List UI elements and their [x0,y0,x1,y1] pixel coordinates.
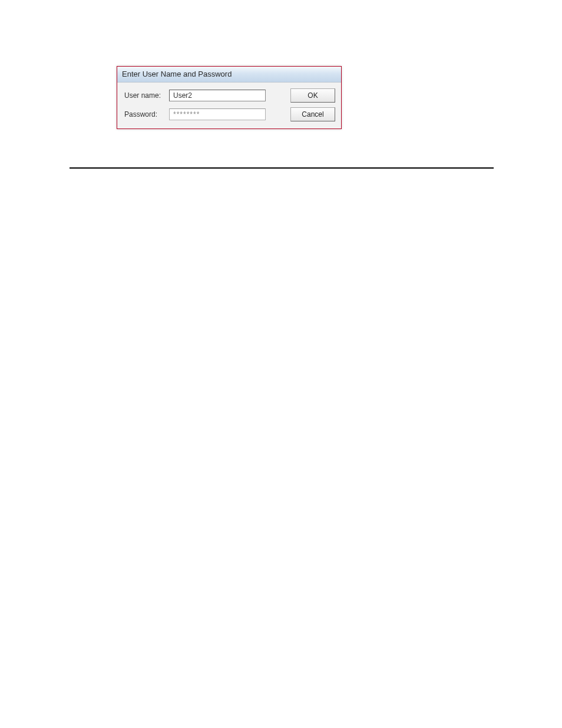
horizontal-divider [70,167,494,169]
username-row: User name: OK [123,88,335,103]
login-dialog: Enter User Name and Password User name: … [117,66,342,129]
dialog-body: User name: OK Password: Cancel [117,83,341,129]
password-row: Password: Cancel [123,107,335,121]
dialog-titlebar: Enter User Name and Password [117,67,341,83]
password-label: Password: [123,110,169,118]
password-input[interactable] [169,108,266,120]
ok-button[interactable]: OK [290,88,335,103]
username-input[interactable] [169,90,266,101]
cancel-button[interactable]: Cancel [290,107,335,121]
username-label: User name: [123,91,169,100]
dialog-title: Enter User Name and Password [122,70,232,78]
